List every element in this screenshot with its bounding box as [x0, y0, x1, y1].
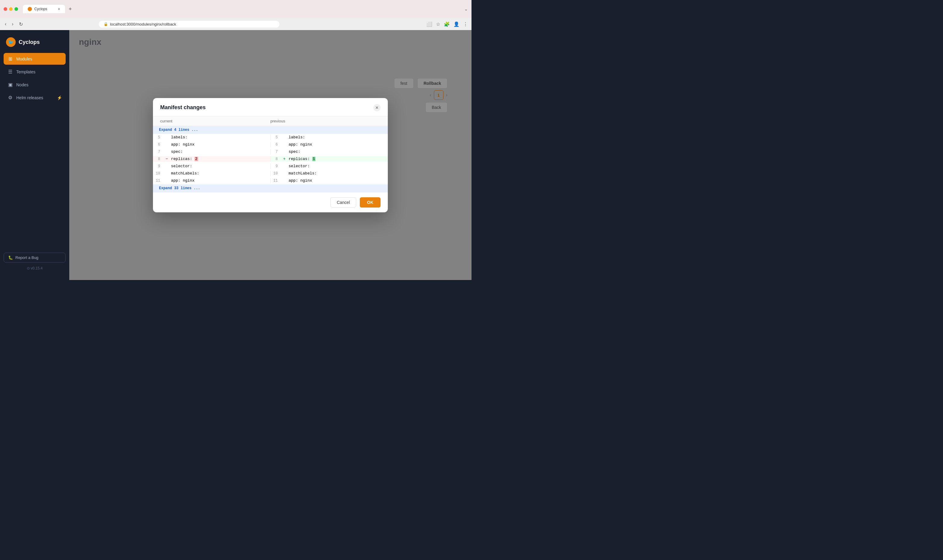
expand-bottom-button[interactable]: Expand 33 lines ... [157, 186, 203, 190]
code-right-11: app: nginx [287, 178, 388, 183]
tab-more-btn[interactable]: ⌄ [464, 7, 468, 11]
helm-flash-icon: ⚡ [57, 95, 62, 100]
diff-right-6: 6 app: nginx [270, 142, 388, 148]
modal-title: Manifest changes [160, 105, 206, 111]
diff-line-7: 7 spec: 7 spec: [153, 148, 388, 155]
expand-top-row[interactable]: Expand 4 lines ... [153, 126, 388, 134]
code-left-9: selector: [170, 164, 270, 168]
diff-left-8: 8 − replicas: 2 [153, 156, 270, 162]
puzzle-icon[interactable]: 🧩 [444, 22, 450, 27]
sidebar: 🐦 Cyclops ⊞ Modules ☰ Templates ▣ Nodes … [0, 30, 69, 280]
close-traffic-light[interactable] [4, 7, 7, 11]
templates-icon: ☰ [7, 69, 13, 75]
version-text: ⊙ v0.15.4 [4, 265, 66, 272]
sidebar-bottom: 🐛 Report a Bug ⊙ v0.15.4 [0, 249, 69, 275]
sidebar-nodes-label: Nodes [16, 82, 28, 87]
modal-overlay: Manifest changes ✕ current previous Expa… [69, 30, 471, 280]
ok-button[interactable]: OK [360, 197, 381, 208]
avatar-icon[interactable]: 👤 [454, 22, 460, 27]
modal-close-button[interactable]: ✕ [373, 104, 381, 111]
report-bug-button[interactable]: 🐛 Report a Bug [4, 252, 66, 263]
tab-title: Cyclops [34, 7, 47, 11]
modal-footer: Cancel OK [153, 192, 388, 212]
diff-left-5: 5 labels: [153, 134, 270, 140]
cancel-button[interactable]: Cancel [330, 197, 356, 208]
line-num-right-10: 10 [271, 171, 281, 175]
sidebar-modules-label: Modules [16, 57, 32, 62]
diff-right-7: 7 spec: [270, 149, 388, 155]
main-layout: 🐦 Cyclops ⊞ Modules ☰ Templates ▣ Nodes … [0, 30, 471, 280]
maximize-traffic-light[interactable] [14, 7, 18, 11]
line-num-right-6: 6 [271, 143, 281, 147]
tab-favicon [28, 7, 32, 11]
nodes-icon: ▣ [7, 82, 13, 88]
code-right-8: replicas: 1 [287, 157, 388, 161]
modal-header: Manifest changes ✕ [153, 98, 388, 116]
line-num-left-6: 6 [153, 143, 164, 147]
extension-icon[interactable]: ⬜ [426, 22, 432, 27]
sign-right-8: + [281, 157, 287, 161]
sidebar-item-helm-releases[interactable]: ⚙ Helm releases ⚡ [4, 92, 66, 103]
line-num-left-7: 7 [153, 150, 164, 154]
highlight-added-8: 1 [312, 157, 316, 161]
col-header-current: current [160, 119, 270, 123]
sign-left-8: − [164, 157, 170, 161]
code-right-10: matchLabels: [287, 171, 388, 175]
logo-text: Cyclops [19, 39, 40, 45]
expand-top-button[interactable]: Expand 4 lines ... [157, 128, 201, 132]
address-bar[interactable]: 🔒 localhost:3000/modules/nginx/rollback [99, 21, 279, 28]
line-num-right-7: 7 [271, 150, 281, 154]
diff-right-9: 9 selector: [270, 163, 388, 169]
diff-left-9: 9 selector: [153, 163, 270, 169]
line-num-right-8: 8 [271, 157, 281, 161]
forward-nav-btn[interactable]: › [11, 20, 14, 28]
diff-right-5: 5 labels: [270, 134, 388, 140]
diff-right-8: 8 + replicas: 1 [270, 156, 388, 162]
code-left-10: matchLabels: [170, 171, 270, 175]
sidebar-item-modules[interactable]: ⊞ Modules [4, 53, 66, 65]
line-num-left-9: 9 [153, 164, 164, 168]
code-right-5: labels: [287, 135, 388, 140]
highlight-removed-8: 2 [194, 157, 198, 161]
sidebar-nav: ⊞ Modules ☰ Templates ▣ Nodes ⚙ Helm rel… [0, 53, 69, 249]
tab-close-btn[interactable]: × [58, 7, 60, 11]
diff-line-5: 5 labels: 5 labels: [153, 134, 388, 141]
sidebar-item-templates[interactable]: ☰ Templates [4, 66, 66, 78]
address-bar-row: ‹ › ↻ 🔒 localhost:3000/modules/nginx/rol… [0, 18, 471, 30]
code-left-8: replicas: 2 [170, 157, 270, 161]
code-right-7: spec: [287, 149, 388, 154]
diff-left-11: 11 app: nginx [153, 178, 270, 183]
line-num-right-9: 9 [271, 164, 281, 168]
github-icon: ⊙ [27, 266, 30, 270]
expand-bottom-row[interactable]: Expand 33 lines ... [153, 185, 388, 192]
diff-line-6: 6 app: nginx 6 app: nginx [153, 141, 388, 148]
code-left-5: labels: [170, 135, 270, 140]
diff-left-10: 10 matchLabels: [153, 171, 270, 176]
col-header-previous: previous [270, 119, 381, 123]
diff-headers: current previous [153, 116, 388, 126]
diff-line-10: 10 matchLabels: 10 matchLabels: [153, 170, 388, 177]
active-tab[interactable]: Cyclops × [23, 5, 65, 13]
back-nav-btn[interactable]: ‹ [4, 20, 8, 28]
menu-icon[interactable]: ⋮ [463, 22, 468, 27]
diff-line-8: 8 − replicas: 2 8 + replicas: 1 [153, 155, 388, 163]
line-num-left-11: 11 [153, 178, 164, 183]
sidebar-logo: 🐦 Cyclops [0, 35, 69, 53]
sidebar-item-nodes[interactable]: ▣ Nodes [4, 79, 66, 91]
sidebar-helm-label: Helm releases [16, 95, 43, 100]
minimize-traffic-light[interactable] [9, 7, 12, 11]
code-right-9: selector: [287, 164, 388, 168]
lock-icon: 🔒 [103, 22, 108, 26]
sidebar-templates-label: Templates [16, 69, 35, 74]
reload-nav-btn[interactable]: ↻ [18, 20, 24, 28]
code-left-7: spec: [170, 149, 270, 154]
line-num-right-11: 11 [271, 178, 281, 183]
diff-container: Expand 4 lines ... 5 labels: 5 labels: [153, 126, 388, 192]
content-area: nginx fest Rollback ‹ 1 › Back Manifest … [69, 30, 471, 280]
browser-chrome: Cyclops × + ⌄ ‹ › ↻ 🔒 localhost:3000/mod… [0, 0, 471, 30]
diff-right-10: 10 matchLabels: [270, 171, 388, 176]
modules-icon: ⊞ [7, 56, 13, 62]
diff-left-7: 7 spec: [153, 149, 270, 155]
star-icon[interactable]: ☆ [436, 22, 440, 27]
new-tab-btn[interactable]: + [66, 5, 74, 14]
